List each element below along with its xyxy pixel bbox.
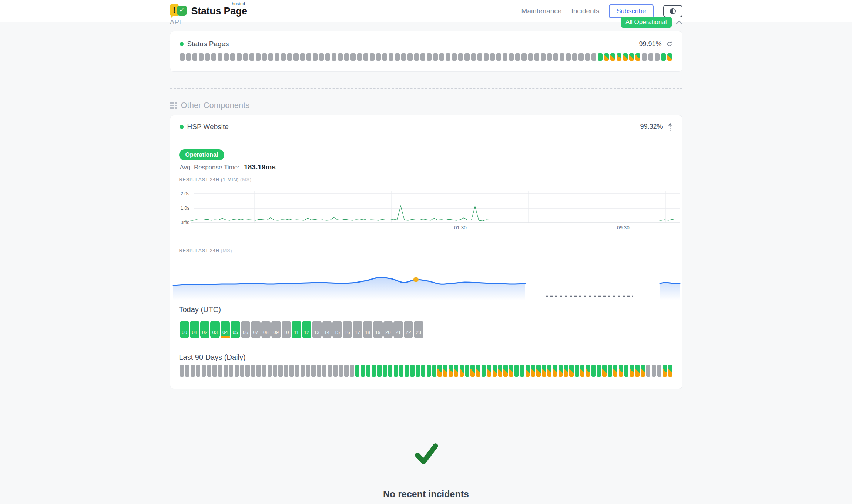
uptime-segment[interactable] bbox=[553, 53, 558, 61]
uptime-segment[interactable] bbox=[332, 53, 336, 61]
nav-incidents[interactable]: Incidents bbox=[571, 7, 599, 15]
hour-cell-03[interactable]: 03 bbox=[210, 321, 220, 338]
daily-uptime-segment[interactable] bbox=[339, 365, 343, 377]
uptime-segment[interactable] bbox=[414, 53, 419, 61]
daily-uptime-segment[interactable] bbox=[350, 365, 354, 377]
uptime-segment[interactable] bbox=[344, 53, 349, 61]
uptime-segment[interactable] bbox=[433, 53, 438, 61]
uptime-segment[interactable] bbox=[180, 53, 185, 61]
daily-uptime-segment[interactable] bbox=[229, 365, 233, 377]
daily-uptime-segment[interactable] bbox=[503, 365, 507, 377]
daily-uptime-segment[interactable] bbox=[191, 365, 195, 377]
daily-uptime-segment[interactable] bbox=[531, 365, 535, 377]
uptime-segment[interactable] bbox=[313, 53, 318, 61]
uptime-segment[interactable] bbox=[598, 53, 603, 61]
daily-uptime-segment[interactable] bbox=[569, 365, 573, 377]
uptime-segment[interactable] bbox=[230, 53, 235, 61]
daily-uptime-segment[interactable] bbox=[235, 365, 239, 377]
uptime-segment[interactable] bbox=[629, 53, 634, 61]
hour-cell-15[interactable]: 15 bbox=[332, 321, 342, 338]
daily-uptime-segment[interactable] bbox=[597, 365, 601, 377]
daily-uptime-segment[interactable] bbox=[635, 365, 639, 377]
daily-uptime-segment[interactable] bbox=[405, 365, 409, 377]
daily-uptime-segment[interactable] bbox=[657, 365, 661, 377]
uptime-segment[interactable] bbox=[458, 53, 463, 61]
daily-uptime-segment[interactable] bbox=[476, 365, 480, 377]
uptime-segment[interactable] bbox=[648, 53, 653, 61]
daily-uptime-segment[interactable] bbox=[262, 365, 266, 377]
chevron-up-icon[interactable] bbox=[676, 20, 682, 24]
uptime-segment[interactable] bbox=[395, 53, 400, 61]
daily-uptime-segment[interactable] bbox=[224, 365, 228, 377]
hour-cell-11[interactable]: 11 bbox=[292, 321, 301, 338]
hour-cell-21[interactable]: 21 bbox=[393, 321, 403, 338]
daily-uptime-segment[interactable] bbox=[421, 365, 425, 377]
daily-uptime-segment[interactable] bbox=[295, 365, 299, 377]
uptime-segment[interactable] bbox=[325, 53, 330, 61]
hour-cell-08[interactable]: 08 bbox=[261, 321, 271, 338]
nav-maintenance[interactable]: Maintenance bbox=[521, 7, 562, 15]
uptime-segment[interactable] bbox=[635, 53, 640, 61]
hour-cell-22[interactable]: 22 bbox=[404, 321, 413, 338]
uptime-segment[interactable] bbox=[363, 53, 368, 61]
daily-uptime-segment[interactable] bbox=[306, 365, 310, 377]
daily-uptime-segment[interactable] bbox=[366, 365, 370, 377]
daily-uptime-segment[interactable] bbox=[218, 365, 222, 377]
daily-uptime-segment[interactable] bbox=[432, 365, 436, 377]
daily-uptime-segment[interactable] bbox=[668, 365, 672, 377]
daily-uptime-segment[interactable] bbox=[498, 365, 502, 377]
daily-uptime-segment[interactable] bbox=[344, 365, 348, 377]
hour-cell-18[interactable]: 18 bbox=[363, 321, 373, 338]
hour-cell-10[interactable]: 10 bbox=[282, 321, 291, 338]
uptime-segment[interactable] bbox=[521, 53, 526, 61]
uptime-segment[interactable] bbox=[547, 53, 552, 61]
uptime-segment[interactable] bbox=[578, 53, 583, 61]
daily-uptime-segment[interactable] bbox=[526, 365, 530, 377]
hour-cell-20[interactable]: 20 bbox=[383, 321, 393, 338]
daily-uptime-segment[interactable] bbox=[289, 365, 293, 377]
daily-uptime-segment[interactable] bbox=[542, 365, 546, 377]
uptime-segment[interactable] bbox=[655, 53, 660, 61]
hour-cell-02[interactable]: 02 bbox=[200, 321, 210, 338]
uptime-segment[interactable] bbox=[370, 53, 375, 61]
daily-uptime-segment[interactable] bbox=[212, 365, 217, 377]
uptime-segment[interactable] bbox=[572, 53, 577, 61]
uptime-segment[interactable] bbox=[211, 53, 216, 61]
uptime-segment[interactable] bbox=[376, 53, 381, 61]
hour-cell-09[interactable]: 09 bbox=[271, 321, 281, 338]
uptime-segment[interactable] bbox=[585, 53, 590, 61]
daily-uptime-segment[interactable] bbox=[410, 365, 414, 377]
uptime-segment[interactable] bbox=[338, 53, 343, 61]
hour-cell-05[interactable]: 05 bbox=[231, 321, 240, 338]
uptime-segment[interactable] bbox=[420, 53, 425, 61]
uptime-segment[interactable] bbox=[591, 53, 596, 61]
daily-uptime-segment[interactable] bbox=[240, 365, 244, 377]
uptime-segment[interactable] bbox=[661, 53, 666, 61]
chart-marker-dot[interactable] bbox=[413, 277, 418, 282]
uptime-segment[interactable] bbox=[218, 53, 222, 61]
uptime-segment[interactable] bbox=[484, 53, 489, 61]
uptime-segment[interactable] bbox=[566, 53, 571, 61]
uptime-segment[interactable] bbox=[192, 53, 197, 61]
uptime-segment[interactable] bbox=[287, 53, 292, 61]
uptime-segment[interactable] bbox=[515, 53, 520, 61]
daily-uptime-segment[interactable] bbox=[630, 365, 634, 377]
uptime-segment[interactable] bbox=[293, 53, 298, 61]
daily-uptime-segment[interactable] bbox=[355, 365, 359, 377]
daily-uptime-segment[interactable] bbox=[185, 365, 189, 377]
uptime-segment[interactable] bbox=[319, 53, 324, 61]
theme-toggle-button[interactable] bbox=[663, 5, 682, 17]
daily-uptime-segment[interactable] bbox=[493, 365, 497, 377]
daily-uptime-segment[interactable] bbox=[328, 365, 332, 377]
uptime-segment[interactable] bbox=[256, 53, 261, 61]
hour-cell-23[interactable]: 23 bbox=[414, 321, 423, 338]
hour-cell-12[interactable]: 12 bbox=[302, 321, 312, 338]
uptime-segment[interactable] bbox=[642, 53, 647, 61]
daily-uptime-segment[interactable] bbox=[361, 365, 365, 377]
uptime-segment[interactable] bbox=[281, 53, 286, 61]
daily-uptime-segment[interactable] bbox=[536, 365, 540, 377]
daily-uptime-segment[interactable] bbox=[608, 365, 612, 377]
hour-cell-04[interactable]: 04 bbox=[221, 321, 230, 338]
hour-cell-17[interactable]: 17 bbox=[353, 321, 362, 338]
uptime-segment[interactable] bbox=[503, 53, 507, 61]
